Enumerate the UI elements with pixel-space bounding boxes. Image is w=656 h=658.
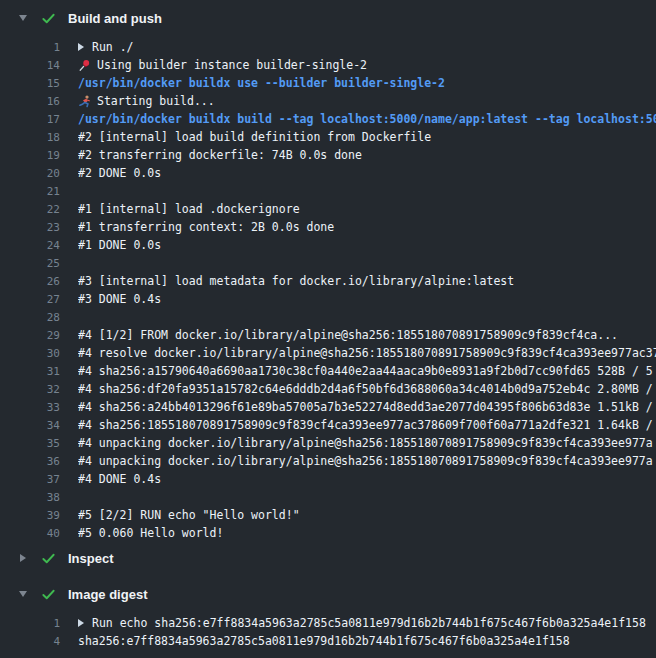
- line-number[interactable]: 25: [0, 257, 60, 270]
- line-number[interactable]: 1: [0, 617, 60, 630]
- line-number[interactable]: 31: [0, 365, 60, 378]
- log-line: 39#5 [2/2] RUN echo "Hello world!": [0, 506, 656, 524]
- chevron-right-icon[interactable]: [78, 43, 84, 51]
- step-header-image-digest[interactable]: Image digest: [0, 582, 656, 606]
- check-success-icon: [41, 587, 56, 602]
- line-number[interactable]: 22: [0, 203, 60, 216]
- line-number[interactable]: 28: [0, 311, 60, 324]
- line-number[interactable]: 27: [0, 293, 60, 306]
- line-number[interactable]: 33: [0, 401, 60, 414]
- step-title: Build and push: [68, 11, 162, 26]
- log-line: 34#4 sha256:185518070891758909c9f839cf4c…: [0, 416, 656, 434]
- line-text: #1 transferring context: 2B 0.0s done: [78, 220, 656, 234]
- line-number[interactable]: 4: [0, 635, 60, 648]
- line-content: #4 unpacking docker.io/library/alpine@sh…: [78, 454, 653, 468]
- line-number[interactable]: 36: [0, 455, 60, 468]
- line-content: #4 resolve docker.io/library/alpine@sha2…: [78, 346, 656, 360]
- line-number[interactable]: 29: [0, 329, 60, 342]
- line-content: #1 [internal] load .dockerignore: [78, 202, 300, 216]
- line-number[interactable]: 30: [0, 347, 60, 360]
- log-line: 27#3 DONE 0.4s: [0, 290, 656, 308]
- line-text: Starting build...: [78, 94, 656, 108]
- line-text: Using builder instance builder-single-2: [78, 58, 656, 72]
- log-line: 22#1 [internal] load .dockerignore: [0, 200, 656, 218]
- line-text: #3 DONE 0.4s: [78, 292, 656, 306]
- workflow-log-viewer: Build and push1Run ./14Using builder ins…: [0, 0, 656, 654]
- line-number[interactable]: 15: [0, 77, 60, 90]
- chevron-right-icon[interactable]: [78, 619, 84, 627]
- chevron-down-icon[interactable]: [18, 591, 28, 597]
- line-number[interactable]: 23: [0, 221, 60, 234]
- line-text: #4 [1/2] FROM docker.io/library/alpine@s…: [78, 328, 656, 342]
- line-number[interactable]: 34: [0, 419, 60, 432]
- log-line: 38: [0, 488, 656, 506]
- line-text: #4 sha256:185518070891758909c9f839cf4ca3…: [78, 418, 656, 432]
- log-line: 33#4 sha256:a24bb4013296f61e89ba57005a7b…: [0, 398, 656, 416]
- chevron-down-icon[interactable]: [18, 15, 28, 21]
- line-text: #1 [internal] load .dockerignore: [78, 202, 656, 216]
- log-line: 30#4 resolve docker.io/library/alpine@sh…: [0, 344, 656, 362]
- line-content: #2 transferring dockerfile: 74B 0.0s don…: [78, 148, 362, 162]
- log-line: 19#2 transferring dockerfile: 74B 0.0s d…: [0, 146, 656, 164]
- line-number[interactable]: 38: [0, 491, 60, 504]
- log-line: 24#1 DONE 0.0s: [0, 236, 656, 254]
- step-header-inspect[interactable]: Inspect: [0, 546, 656, 570]
- line-content: #5 [2/2] RUN echo "Hello world!": [78, 508, 300, 522]
- line-number[interactable]: 16: [0, 95, 60, 108]
- log-line: 35#4 unpacking docker.io/library/alpine@…: [0, 434, 656, 452]
- line-number[interactable]: 20: [0, 167, 60, 180]
- line-number[interactable]: 35: [0, 437, 60, 450]
- line-text: Run ./: [78, 40, 656, 54]
- line-number[interactable]: 32: [0, 383, 60, 396]
- line-content: #4 DONE 0.4s: [78, 472, 161, 486]
- line-text: #2 [internal] load build definition from…: [78, 130, 656, 144]
- line-number[interactable]: 24: [0, 239, 60, 252]
- log-line: 31#4 sha256:a15790640a6690aa1730c38cf0a4…: [0, 362, 656, 380]
- line-number[interactable]: 17: [0, 113, 60, 126]
- line-content: #4 [1/2] FROM docker.io/library/alpine@s…: [78, 328, 618, 342]
- log-line: 20#2 DONE 0.0s: [0, 164, 656, 182]
- line-text: sha256:e7ff8834a5963a2785c5a0811e979d16b…: [78, 634, 656, 648]
- step-section-build-and-push: Build and push1Run ./14Using builder ins…: [0, 6, 656, 546]
- log-line: 25: [0, 254, 656, 272]
- line-text: #2 transferring dockerfile: 74B 0.0s don…: [78, 148, 656, 162]
- line-text: #4 unpacking docker.io/library/alpine@sh…: [78, 436, 656, 450]
- line-content: #4 sha256:185518070891758909c9f839cf4ca3…: [78, 418, 653, 432]
- log-line: 21: [0, 182, 656, 200]
- log-line: 16Starting build...: [0, 92, 656, 110]
- log-line: 18#2 [internal] load build definition fr…: [0, 128, 656, 146]
- line-text: #4 DONE 0.4s: [78, 472, 656, 486]
- line-text: #4 sha256:a15790640a6690aa1730c38cf0a440…: [78, 364, 656, 378]
- line-number[interactable]: 26: [0, 275, 60, 288]
- log-line: 1Run ./: [0, 38, 656, 56]
- step-title: Image digest: [68, 587, 147, 602]
- line-number[interactable]: 14: [0, 59, 60, 72]
- line-content: /usr/bin/docker buildx use --builder bui…: [78, 76, 445, 90]
- log-line: 4sha256:e7ff8834a5963a2785c5a0811e979d16…: [0, 632, 656, 650]
- log-line: 36#4 unpacking docker.io/library/alpine@…: [0, 452, 656, 470]
- line-text: /usr/bin/docker buildx build --tag local…: [78, 112, 656, 126]
- line-number[interactable]: 18: [0, 131, 60, 144]
- line-number[interactable]: 39: [0, 509, 60, 522]
- step-header-build-and-push[interactable]: Build and push: [0, 6, 656, 30]
- line-number[interactable]: 19: [0, 149, 60, 162]
- line-text: #1 DONE 0.0s: [78, 238, 656, 252]
- line-content: #5 0.060 Hello world!: [78, 526, 223, 540]
- line-text: #4 resolve docker.io/library/alpine@sha2…: [78, 346, 656, 360]
- line-content: #2 [internal] load build definition from…: [78, 130, 431, 144]
- line-content: #1 transferring context: 2B 0.0s done: [78, 220, 334, 234]
- line-content: #4 sha256:a15790640a6690aa1730c38cf0a440…: [78, 364, 653, 378]
- line-number[interactable]: 40: [0, 527, 60, 540]
- step-title: Inspect: [68, 551, 114, 566]
- log-block-build-and-push: 1Run ./14Using builder instance builder-…: [0, 30, 656, 546]
- log-line: 28: [0, 308, 656, 326]
- line-content: #4 sha256:a24bb4013296f61e89ba57005a7b3e…: [78, 400, 653, 414]
- runner-icon: [78, 95, 91, 108]
- log-line: 14Using builder instance builder-single-…: [0, 56, 656, 74]
- line-number[interactable]: 1: [0, 41, 60, 54]
- line-number[interactable]: 37: [0, 473, 60, 486]
- line-content: #2 DONE 0.0s: [78, 166, 161, 180]
- line-number[interactable]: 21: [0, 185, 60, 198]
- line-text: #2 DONE 0.0s: [78, 166, 656, 180]
- chevron-right-icon[interactable]: [18, 554, 28, 562]
